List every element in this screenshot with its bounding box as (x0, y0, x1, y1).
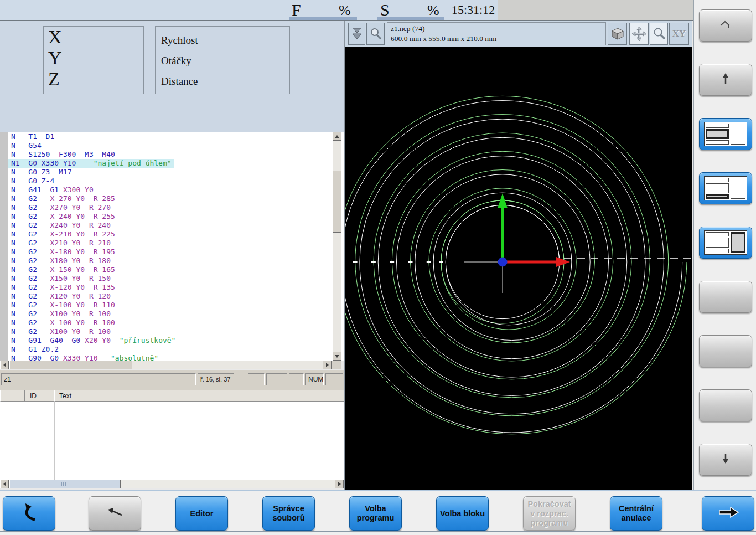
scrollbar-corner (332, 361, 341, 369)
table-header-id[interactable]: ID (25, 390, 54, 402)
status-cell-empty-1 (248, 373, 265, 385)
softkey-file-manager[interactable]: Správce souborů (262, 496, 315, 531)
bottom-edge-line (0, 531, 756, 532)
softkey-blank-2[interactable] (699, 335, 752, 367)
gcode-line[interactable]: N G2 X-100 Y0 R 100 (8, 318, 118, 327)
collapse-panel-button[interactable] (348, 23, 365, 45)
gcode-line[interactable]: N G2 X-100 Y0 R 110 (8, 301, 118, 310)
gcode-line[interactable]: N G2 X120 Y0 R 120 (8, 292, 113, 301)
axis-x-label: X (44, 27, 143, 48)
gcode-token-val: X20 Y0 (85, 336, 111, 344)
softkey-central-reset[interactable]: Centrální anulace (610, 496, 662, 531)
xy-plane-button[interactable]: XY (669, 23, 689, 45)
gcode-token-kw: N G2 (11, 203, 50, 212)
zoom-view-button[interactable] (650, 23, 668, 45)
softkey-label: Volba programu (357, 504, 395, 523)
gcode-line[interactable]: N G2 X-210 Y0 R 225 (8, 230, 118, 239)
screen-layout-icon (704, 230, 747, 255)
gcode-line[interactable]: N G2 X-270 Y0 R 285 (8, 194, 118, 203)
gcode-line[interactable]: N G41 G1 X300 Y0 (8, 186, 96, 194)
scroll-right-button[interactable] (323, 361, 332, 369)
distance-label: Distance (156, 71, 289, 91)
softkey-program-select[interactable]: Volba programu (349, 496, 402, 531)
zoom-window-button[interactable] (366, 23, 385, 45)
clock: 15:31:12 (452, 3, 495, 17)
softkey-previous[interactable] (89, 496, 141, 531)
softkey-step-down[interactable] (699, 444, 752, 476)
toolpath-canvas[interactable] (345, 47, 692, 490)
gcode-line[interactable]: N G2 X-150 Y0 R 165 (8, 265, 118, 274)
table-hscrollbar[interactable] (0, 480, 344, 488)
num-lock-cell: NUM (305, 373, 324, 385)
top-status-bar: F % S % 15:31:12 (0, 0, 756, 21)
softkey-layout-editor[interactable] (699, 118, 752, 150)
table-header-text[interactable]: Text (54, 390, 344, 402)
softkey-editor[interactable]: Editor (175, 496, 228, 531)
gcode-token-cmt: "najetí pod úhlem" (94, 159, 172, 167)
left-arrow-icon (3, 482, 6, 486)
gcode-line[interactable]: N G2 X150 Y0 R 150 (8, 274, 113, 283)
gcode-token-val: X-100 Y0 R 110 (50, 301, 115, 309)
origin-marker (498, 258, 508, 267)
pan-view-button[interactable] (629, 23, 649, 45)
gcode-line[interactable]: N G2 X100 Y0 R 100 (8, 310, 113, 318)
gcode-token-val: X100 Y0 R 100 (50, 310, 111, 318)
gcode-line[interactable]: N G0 Z-4 (8, 177, 57, 186)
gcode-line[interactable]: N G2 X270 Y0 R 270 (8, 203, 113, 212)
gcode-line[interactable]: N G2 X-180 Y0 R 195 (8, 248, 118, 256)
gcode-line[interactable]: N G2 X100 Y0 R 100 (8, 327, 113, 336)
gcode-editor[interactable]: N T1 D1N G54N S1250 F300 M3 M40N1 G0 X33… (0, 132, 344, 361)
gcode-token-kw: N G2 (11, 256, 50, 265)
table-gridline (25, 402, 25, 480)
gcode-token-kw: N S1250 F300 M3 M40 (11, 150, 115, 158)
gcode-token-cmt: "absolutně" (111, 354, 158, 361)
cnc-control-screen: F % S % 15:31:12 X Y Z Rychlost Otáčky D… (0, 0, 756, 535)
status-cell-empty-2 (266, 373, 287, 385)
gcode-line[interactable]: N S1250 F300 M3 M40 (8, 150, 118, 159)
gcode-token-kw: N G2 (11, 265, 50, 274)
gcode-line[interactable]: N G2 X210 Y0 R 210 (8, 239, 113, 248)
table-header-blank[interactable] (0, 390, 25, 402)
scroll-left-button[interactable] (0, 480, 9, 488)
layout-pane-left-bottom (706, 249, 729, 253)
gcode-token-val: X-270 Y0 R 285 (50, 194, 115, 203)
editor-vscrollbar[interactable] (333, 132, 341, 361)
gcode-line[interactable]: N G0 Z3 M17 (8, 168, 75, 177)
vscroll-thumb[interactable] (333, 171, 341, 233)
editor-status-bar: z1 ř. 16, sl. 37 NUM (0, 370, 344, 390)
softkey-jump-top[interactable] (699, 9, 752, 42)
softkey-block-select[interactable]: Volba bloku (436, 496, 489, 531)
softkey-blank-1[interactable] (699, 281, 752, 313)
softkey-layout-graphics[interactable] (699, 227, 752, 259)
softkey-blank-3[interactable] (699, 389, 752, 421)
gcode-line[interactable]: N G54 (8, 141, 44, 150)
softkey-layout-log[interactable] (699, 172, 752, 204)
gcode-line[interactable]: N G91 G40 G0 X20 Y0 "přírustkově" (8, 336, 178, 345)
layout-pane-left-mid (706, 183, 729, 193)
gcode-line[interactable]: N G2 X-240 Y0 R 255 (8, 212, 118, 221)
scroll-left-button[interactable] (0, 361, 9, 369)
gcode-line[interactable]: N G2 X-120 Y0 R 135 (8, 283, 118, 292)
layout-pane-right-active (731, 232, 745, 253)
softkey-next[interactable] (702, 496, 754, 531)
gcode-token-kw: N G2 (11, 212, 50, 220)
gcode-token-val: X240 Y0 R 240 (50, 221, 111, 229)
gcode-token-val: X-150 Y0 R 165 (50, 265, 115, 274)
gcode-line-highlighted[interactable]: N1 G0 X330 Y10 "najetí pod úhlem" (8, 159, 174, 168)
scroll-right-button[interactable] (335, 480, 344, 488)
editor-hscrollbar[interactable] (0, 361, 332, 369)
message-table[interactable]: ID Text (0, 390, 344, 480)
gcode-line[interactable]: N G1 Z0.2 (8, 345, 61, 354)
feed-override-bar (289, 17, 357, 20)
hscroll-thumb[interactable] (9, 480, 121, 488)
scroll-down-button[interactable] (333, 352, 341, 361)
gcode-line[interactable]: N T1 D1 (8, 132, 57, 141)
softkey-back[interactable] (3, 496, 55, 531)
hscroll-thumb[interactable] (9, 361, 132, 369)
gcode-line[interactable]: N G2 X180 Y0 R 180 (8, 256, 113, 265)
view-3d-button[interactable] (608, 23, 627, 45)
gcode-line[interactable]: N G2 X240 Y0 R 240 (8, 221, 113, 230)
softkey-step-up[interactable] (699, 64, 752, 96)
scroll-up-button[interactable] (333, 132, 341, 141)
gcode-line[interactable]: N G90 G0 X330 Y10 "absolutně" (8, 354, 161, 361)
